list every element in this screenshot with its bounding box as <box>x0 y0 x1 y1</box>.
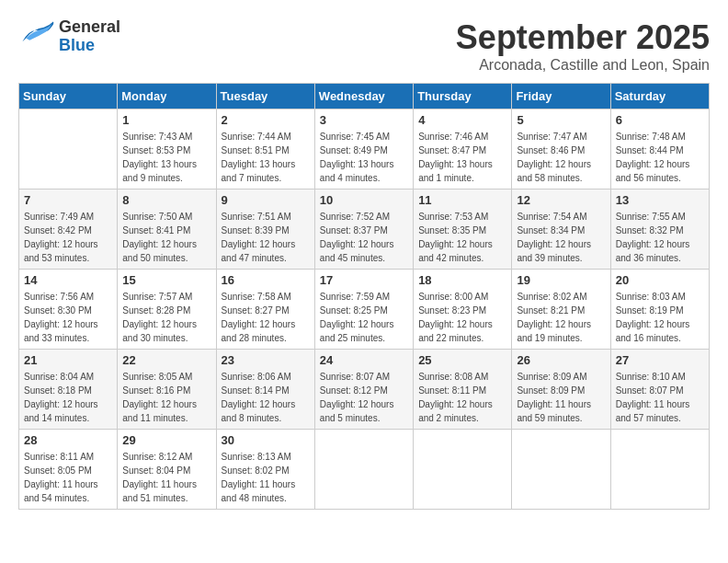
day-info: Sunrise: 7:55 AMSunset: 8:32 PMDaylight:… <box>616 210 704 265</box>
day-number: 30 <box>222 433 310 447</box>
calendar-cell <box>610 430 709 510</box>
day-number: 23 <box>222 353 310 367</box>
calendar-cell: 11Sunrise: 7:53 AMSunset: 8:35 PMDayligh… <box>414 190 512 270</box>
day-number: 12 <box>517 193 605 207</box>
weekday-header-row: SundayMondayTuesdayWednesdayThursdayFrid… <box>19 84 710 109</box>
logo-blue-text: Blue <box>59 37 120 55</box>
calendar-cell: 19Sunrise: 8:02 AMSunset: 8:21 PMDayligh… <box>512 270 610 350</box>
day-number: 18 <box>418 273 506 287</box>
day-number: 2 <box>222 113 310 127</box>
day-number: 27 <box>616 353 704 367</box>
calendar-cell: 25Sunrise: 8:08 AMSunset: 8:11 PMDayligh… <box>414 350 512 430</box>
logo-general-text: General <box>59 18 120 37</box>
day-number: 20 <box>616 273 704 287</box>
day-info: Sunrise: 7:54 AMSunset: 8:34 PMDaylight:… <box>517 210 605 265</box>
page-header: General Blue September 2025 Arconada, Ca… <box>18 18 710 74</box>
day-number: 10 <box>320 193 408 207</box>
calendar-cell <box>414 430 512 510</box>
day-number: 28 <box>24 433 112 447</box>
day-info: Sunrise: 8:11 AMSunset: 8:05 PMDaylight:… <box>24 450 112 505</box>
weekday-header-monday: Monday <box>118 84 216 109</box>
day-info: Sunrise: 7:47 AMSunset: 8:46 PMDaylight:… <box>517 130 605 185</box>
weekday-header-wednesday: Wednesday <box>314 84 413 109</box>
day-info: Sunrise: 8:07 AMSunset: 8:12 PMDaylight:… <box>320 370 408 425</box>
day-number: 4 <box>418 113 506 127</box>
calendar-cell: 12Sunrise: 7:54 AMSunset: 8:34 PMDayligh… <box>512 190 610 270</box>
day-number: 14 <box>24 273 112 287</box>
weekday-header-sunday: Sunday <box>19 84 118 109</box>
day-info: Sunrise: 7:53 AMSunset: 8:35 PMDaylight:… <box>418 210 506 265</box>
logo-bird-icon <box>18 20 55 52</box>
calendar-cell: 21Sunrise: 8:04 AMSunset: 8:18 PMDayligh… <box>19 350 118 430</box>
day-info: Sunrise: 8:02 AMSunset: 8:21 PMDaylight:… <box>517 290 605 345</box>
calendar-cell <box>19 109 118 190</box>
day-number: 21 <box>24 353 112 367</box>
day-number: 29 <box>122 433 210 447</box>
day-info: Sunrise: 7:44 AMSunset: 8:51 PMDaylight:… <box>222 130 310 185</box>
weekday-header-thursday: Thursday <box>414 84 512 109</box>
day-info: Sunrise: 8:06 AMSunset: 8:14 PMDaylight:… <box>222 370 310 425</box>
calendar-cell <box>314 430 413 510</box>
day-number: 17 <box>320 273 408 287</box>
day-info: Sunrise: 7:58 AMSunset: 8:27 PMDaylight:… <box>222 290 310 345</box>
day-number: 19 <box>517 273 605 287</box>
calendar-cell: 23Sunrise: 8:06 AMSunset: 8:14 PMDayligh… <box>216 350 314 430</box>
day-info: Sunrise: 7:51 AMSunset: 8:39 PMDaylight:… <box>222 210 310 265</box>
day-number: 1 <box>122 113 210 127</box>
day-info: Sunrise: 7:59 AMSunset: 8:25 PMDaylight:… <box>320 290 408 345</box>
day-info: Sunrise: 7:52 AMSunset: 8:37 PMDaylight:… <box>320 210 408 265</box>
calendar-cell: 29Sunrise: 8:12 AMSunset: 8:04 PMDayligh… <box>118 430 216 510</box>
day-info: Sunrise: 7:49 AMSunset: 8:42 PMDaylight:… <box>24 210 112 265</box>
calendar-week-row: 7Sunrise: 7:49 AMSunset: 8:42 PMDaylight… <box>19 190 710 270</box>
day-info: Sunrise: 8:04 AMSunset: 8:18 PMDaylight:… <box>24 370 112 425</box>
day-info: Sunrise: 7:56 AMSunset: 8:30 PMDaylight:… <box>24 290 112 345</box>
weekday-header-saturday: Saturday <box>610 84 709 109</box>
day-info: Sunrise: 8:05 AMSunset: 8:16 PMDaylight:… <box>122 370 210 425</box>
day-number: 13 <box>616 193 704 207</box>
day-number: 22 <box>122 353 210 367</box>
day-info: Sunrise: 8:09 AMSunset: 8:09 PMDaylight:… <box>517 370 605 425</box>
calendar-cell <box>512 430 610 510</box>
day-number: 25 <box>418 353 506 367</box>
day-info: Sunrise: 8:00 AMSunset: 8:23 PMDaylight:… <box>418 290 506 345</box>
title-area: September 2025 Arconada, Castille and Le… <box>456 18 710 74</box>
calendar-cell: 10Sunrise: 7:52 AMSunset: 8:37 PMDayligh… <box>314 190 413 270</box>
calendar-cell: 30Sunrise: 8:13 AMSunset: 8:02 PMDayligh… <box>216 430 314 510</box>
location-title: Arconada, Castille and Leon, Spain <box>456 57 710 74</box>
calendar-cell: 28Sunrise: 8:11 AMSunset: 8:05 PMDayligh… <box>19 430 118 510</box>
weekday-header-friday: Friday <box>512 84 610 109</box>
calendar-cell: 13Sunrise: 7:55 AMSunset: 8:32 PMDayligh… <box>610 190 709 270</box>
calendar-cell: 6Sunrise: 7:48 AMSunset: 8:44 PMDaylight… <box>610 109 709 190</box>
day-number: 8 <box>122 193 210 207</box>
calendar-cell: 14Sunrise: 7:56 AMSunset: 8:30 PMDayligh… <box>19 270 118 350</box>
day-info: Sunrise: 8:10 AMSunset: 8:07 PMDaylight:… <box>616 370 704 425</box>
logo: General Blue <box>18 18 120 55</box>
day-info: Sunrise: 7:46 AMSunset: 8:47 PMDaylight:… <box>418 130 506 185</box>
day-number: 26 <box>517 353 605 367</box>
calendar-cell: 17Sunrise: 7:59 AMSunset: 8:25 PMDayligh… <box>314 270 413 350</box>
calendar-week-row: 21Sunrise: 8:04 AMSunset: 8:18 PMDayligh… <box>19 350 710 430</box>
day-info: Sunrise: 8:03 AMSunset: 8:19 PMDaylight:… <box>616 290 704 345</box>
calendar-cell: 4Sunrise: 7:46 AMSunset: 8:47 PMDaylight… <box>414 109 512 190</box>
day-info: Sunrise: 7:50 AMSunset: 8:41 PMDaylight:… <box>122 210 210 265</box>
calendar-cell: 26Sunrise: 8:09 AMSunset: 8:09 PMDayligh… <box>512 350 610 430</box>
calendar-cell: 5Sunrise: 7:47 AMSunset: 8:46 PMDaylight… <box>512 109 610 190</box>
calendar-cell: 2Sunrise: 7:44 AMSunset: 8:51 PMDaylight… <box>216 109 314 190</box>
day-number: 3 <box>320 113 408 127</box>
calendar-cell: 8Sunrise: 7:50 AMSunset: 8:41 PMDaylight… <box>118 190 216 270</box>
day-number: 9 <box>222 193 310 207</box>
day-number: 5 <box>517 113 605 127</box>
calendar-cell: 20Sunrise: 8:03 AMSunset: 8:19 PMDayligh… <box>610 270 709 350</box>
day-number: 11 <box>418 193 506 207</box>
day-info: Sunrise: 7:57 AMSunset: 8:28 PMDaylight:… <box>122 290 210 345</box>
calendar-cell: 16Sunrise: 7:58 AMSunset: 8:27 PMDayligh… <box>216 270 314 350</box>
month-title: September 2025 <box>456 18 710 57</box>
calendar-cell: 15Sunrise: 7:57 AMSunset: 8:28 PMDayligh… <box>118 270 216 350</box>
calendar-cell: 3Sunrise: 7:45 AMSunset: 8:49 PMDaylight… <box>314 109 413 190</box>
day-number: 6 <box>616 113 704 127</box>
calendar-cell: 22Sunrise: 8:05 AMSunset: 8:16 PMDayligh… <box>118 350 216 430</box>
day-info: Sunrise: 7:43 AMSunset: 8:53 PMDaylight:… <box>122 130 210 185</box>
calendar-cell: 7Sunrise: 7:49 AMSunset: 8:42 PMDaylight… <box>19 190 118 270</box>
calendar-cell: 9Sunrise: 7:51 AMSunset: 8:39 PMDaylight… <box>216 190 314 270</box>
calendar-table: SundayMondayTuesdayWednesdayThursdayFrid… <box>18 83 710 510</box>
